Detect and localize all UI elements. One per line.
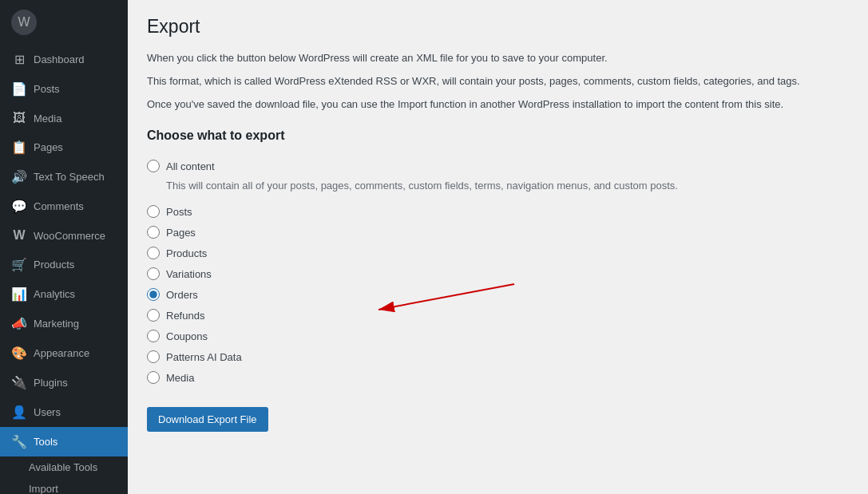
sidebar-item-dashboard[interactable]: ⊞ Dashboard (0, 45, 128, 74)
submenu-item-import[interactable]: Import (0, 478, 128, 494)
plugins-icon: 🔌 (11, 375, 27, 390)
radio-item-coupons[interactable]: Coupons (147, 326, 849, 346)
radio-pages[interactable] (147, 226, 160, 239)
marketing-icon: 📣 (11, 316, 27, 331)
sidebar-item-label: Appearance (34, 347, 89, 359)
sidebar-item-media[interactable]: 🖼 Media (0, 104, 128, 132)
tools-icon: 🔧 (11, 434, 27, 449)
sidebar-item-label: Marketing (34, 318, 79, 330)
sidebar-item-users[interactable]: 👤 Users (0, 397, 128, 427)
all-content-description: This will contain all of your posts, pag… (166, 180, 849, 192)
radio-label-pages: Pages (166, 227, 196, 239)
description-3: Once you've saved the download file, you… (147, 97, 849, 113)
radio-item-products[interactable]: Products (147, 243, 849, 263)
radio-item-patterns-ai-data[interactable]: Patterns AI Data (147, 346, 849, 367)
page-title: Export (147, 16, 849, 38)
export-radio-group: All content This will contain all of you… (147, 156, 849, 388)
sidebar-item-text-to-speech[interactable]: 🔊 Text To Speech (0, 162, 128, 192)
media-icon: 🖼 (11, 111, 27, 125)
sidebar-item-label: Comments (34, 200, 84, 212)
radio-label-media: Media (166, 372, 194, 384)
sidebar-logo: W (0, 0, 128, 45)
radio-item-pages[interactable]: Pages (147, 222, 849, 243)
sidebar-item-label: Dashboard (34, 53, 85, 65)
sidebar-item-marketing[interactable]: 📣 Marketing (0, 309, 128, 338)
text-to-speech-icon: 🔊 (11, 169, 27, 184)
sidebar-item-label: Tools (34, 436, 57, 448)
radio-label-coupons: Coupons (166, 330, 208, 342)
products-icon: 🛒 (11, 257, 27, 272)
radio-label-orders: Orders (166, 289, 198, 301)
radio-posts[interactable] (147, 205, 160, 218)
sidebar-item-label: Media (34, 113, 61, 124)
tools-submenu: Available Tools Import Export Site Healt… (0, 456, 128, 494)
radio-label-patterns-ai-data: Patterns AI Data (166, 351, 242, 363)
radio-label-all-content: All content (166, 160, 215, 172)
radio-products[interactable] (147, 247, 160, 259)
radio-item-all-content[interactable]: All content (147, 156, 849, 176)
radio-label-posts: Posts (166, 206, 192, 218)
radio-label-variations: Variations (166, 268, 212, 280)
woocommerce-icon: W (11, 228, 27, 243)
posts-icon: 📄 (11, 81, 27, 97)
radio-label-refunds: Refunds (166, 310, 204, 322)
radio-item-posts[interactable]: Posts (147, 201, 849, 222)
radio-item-media[interactable]: Media (147, 367, 849, 388)
sidebar-item-label: Text To Speech (34, 171, 105, 183)
radio-variations[interactable] (147, 267, 160, 280)
radio-item-refunds[interactable]: Refunds (147, 305, 849, 326)
radio-coupons[interactable] (147, 330, 160, 342)
dashboard-icon: ⊞ (11, 52, 27, 67)
orders-row: Orders (147, 284, 849, 305)
radio-label-products: Products (166, 247, 207, 259)
comments-icon: 💬 (11, 199, 27, 214)
sidebar-item-label: Posts (34, 83, 60, 95)
radio-refunds[interactable] (147, 309, 160, 322)
radio-all-content[interactable] (147, 160, 160, 172)
users-icon: 👤 (11, 405, 27, 420)
section-title: Choose what to export (147, 128, 849, 143)
sidebar-item-label: Products (34, 259, 74, 271)
radio-item-orders[interactable]: Orders (147, 284, 849, 305)
description-1: When you click the button below WordPres… (147, 50, 849, 67)
sidebar-item-label: Analytics (34, 288, 75, 300)
sidebar-item-label: Users (34, 406, 61, 418)
description-2: This format, which is called WordPress e… (147, 73, 849, 90)
wordpress-logo-icon: W (11, 10, 37, 35)
analytics-icon: 📊 (11, 287, 27, 302)
radio-patterns-ai-data[interactable] (147, 350, 160, 363)
sidebar-item-label: Pages (34, 141, 63, 153)
radio-orders[interactable] (147, 288, 160, 301)
sidebar-item-products[interactable]: 🛒 Products (0, 250, 128, 279)
sidebar-item-tools[interactable]: 🔧 Tools (0, 427, 128, 456)
sidebar-item-comments[interactable]: 💬 Comments (0, 192, 128, 221)
sidebar-item-analytics[interactable]: 📊 Analytics (0, 279, 128, 309)
radio-item-variations[interactable]: Variations (147, 263, 849, 284)
sidebar-item-plugins[interactable]: 🔌 Plugins (0, 368, 128, 397)
sidebar-item-label: WooCommerce (34, 230, 105, 242)
submenu-item-available-tools[interactable]: Available Tools (0, 456, 128, 478)
sidebar-item-label: Plugins (34, 377, 68, 389)
sidebar: W ⊞ Dashboard 📄 Posts 🖼 Media 📋 Pages 🔊 … (0, 0, 128, 494)
pages-icon: 📋 (11, 140, 27, 155)
main-content: Export When you click the button below W… (128, 0, 868, 494)
appearance-icon: 🎨 (11, 346, 27, 361)
sidebar-item-posts[interactable]: 📄 Posts (0, 74, 128, 104)
sidebar-item-appearance[interactable]: 🎨 Appearance (0, 338, 128, 368)
download-export-button[interactable]: Download Export File (147, 407, 268, 432)
sidebar-item-woocommerce[interactable]: W WooCommerce (0, 221, 128, 250)
sidebar-item-pages[interactable]: 📋 Pages (0, 132, 128, 162)
radio-media[interactable] (147, 371, 160, 384)
